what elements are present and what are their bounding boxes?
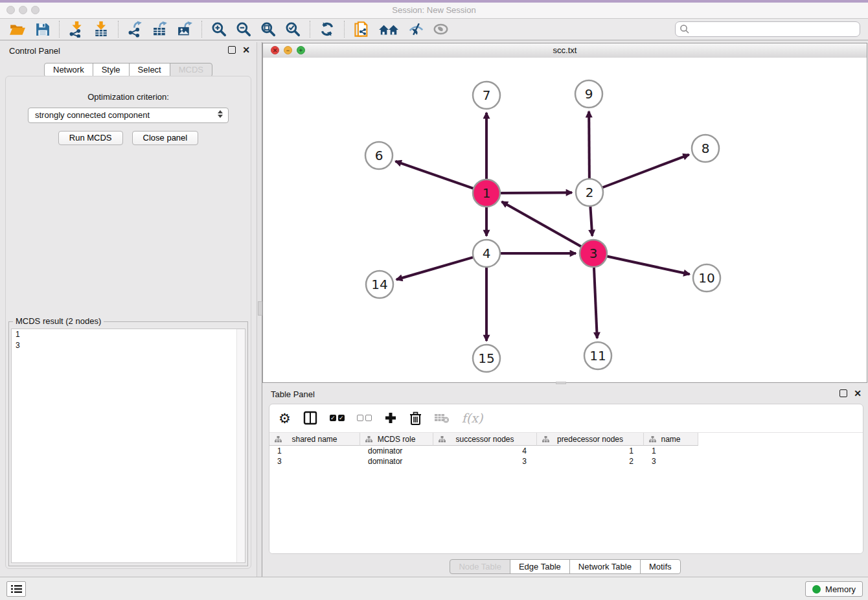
export-image-icon[interactable] [176, 20, 194, 38]
table-cell[interactable]: 2 [537, 457, 644, 466]
criterion-select-value: strongly connected component [35, 110, 150, 120]
result-scrollbar[interactable] [236, 329, 245, 562]
table-panel-title: Table Panel [271, 389, 315, 399]
split-view-icon[interactable] [303, 411, 317, 425]
column-header-MCDS-role[interactable]: MCDS role [360, 433, 433, 446]
horizontal-splitter-handle[interactable] [556, 382, 566, 384]
criterion-select[interactable]: strongly connected component [28, 108, 229, 123]
tab-mcds[interactable]: MCDS [170, 63, 212, 77]
main-toolbar [0, 19, 868, 41]
task-history-button[interactable] [6, 581, 26, 597]
tab-select[interactable]: Select [129, 63, 170, 77]
graph-edge-2-9[interactable] [589, 111, 589, 180]
select-all-icon[interactable]: ✓✓ [330, 415, 345, 421]
delete-column-icon[interactable] [409, 411, 422, 425]
table-panel-float-icon[interactable] [839, 389, 847, 397]
mcds-panel: Optimization criterion: strongly connect… [5, 76, 251, 569]
graph-edge-3-11[interactable] [594, 266, 597, 338]
window-title: Session: New Session [0, 3, 868, 18]
toolbar-separator [201, 21, 202, 38]
select-stepper-icon [218, 110, 223, 118]
graph-node-label-15: 15 [478, 351, 494, 366]
import-table-icon[interactable] [92, 20, 110, 38]
tab-network[interactable]: Network [44, 63, 93, 77]
graph-edge-1-6[interactable] [395, 161, 475, 189]
node-table: shared nameMCDS rolesuccessor nodesprede… [269, 432, 863, 553]
tab-edge-table[interactable]: Edge Table [510, 559, 570, 574]
refresh-view-icon[interactable] [318, 20, 336, 38]
zoom-selected-icon[interactable] [284, 20, 302, 38]
tab-node-table[interactable]: Node Table [450, 559, 510, 574]
delete-table-icon[interactable] [434, 412, 450, 424]
table-cell[interactable]: dominator [360, 457, 433, 466]
node-table-container: ⚙ ✓✓ f(x) [269, 404, 863, 554]
add-column-icon[interactable] [384, 411, 397, 424]
show-panel-icon[interactable] [431, 20, 450, 38]
window-close-button[interactable] [6, 6, 15, 14]
graph-node-label-10: 10 [698, 270, 714, 286]
open-network-file-icon[interactable] [352, 20, 371, 38]
graph-edge-3-1[interactable] [502, 202, 583, 247]
tab-network-table[interactable]: Network Table [569, 559, 641, 574]
hide-panel-icon[interactable] [407, 20, 425, 38]
column-header-name[interactable]: name [644, 433, 698, 446]
table-settings-icon[interactable]: ⚙ [279, 411, 291, 425]
table-cell[interactable]: 4 [433, 446, 537, 456]
graph-node-label-9: 9 [585, 86, 593, 102]
mcds-result-line: 3 [12, 340, 245, 351]
table-row[interactable]: 3dominator323 [269, 456, 863, 467]
table-row[interactable]: 1dominator411 [269, 446, 863, 456]
table-cell[interactable]: dominator [360, 446, 433, 456]
graph-node-label-7: 7 [483, 87, 491, 103]
column-header-shared-name[interactable]: shared name [269, 433, 360, 446]
graph-node-label-14: 14 [371, 277, 387, 292]
network-minimize-icon[interactable]: − [284, 46, 292, 54]
column-header-label: name [661, 435, 680, 444]
export-network-icon[interactable] [126, 20, 144, 38]
close-panel-button[interactable]: Close panel [132, 131, 199, 145]
mcds-result-text[interactable]: 13 [11, 329, 246, 563]
graph-edge-2-8[interactable] [601, 155, 689, 189]
memory-status-icon [812, 585, 821, 594]
window-minimize-button[interactable] [19, 6, 27, 14]
column-header-successor-nodes[interactable]: successor nodes [433, 433, 537, 446]
graph-edge-1-2[interactable] [499, 192, 572, 193]
zoom-fit-icon[interactable] [259, 20, 277, 38]
graph-edge-3-10[interactable] [606, 256, 690, 274]
network-window-titlebar: ✕ − + scc.txt [263, 43, 867, 58]
function-builder-icon[interactable]: f(x) [462, 411, 483, 425]
control-panel-float-icon[interactable] [228, 46, 236, 54]
tab-style[interactable]: Style [93, 63, 130, 77]
table-panel-close-icon[interactable]: ✕ [854, 389, 862, 397]
splitter-handle[interactable] [258, 301, 262, 316]
table-cell[interactable]: 1 [269, 446, 360, 456]
table-cell[interactable]: 3 [644, 457, 698, 466]
search-input[interactable] [675, 21, 860, 37]
table-cell[interactable]: 3 [269, 457, 360, 466]
open-session-icon[interactable] [8, 20, 27, 38]
table-cell[interactable]: 1 [644, 446, 698, 456]
export-table-icon[interactable] [151, 20, 169, 38]
graph-edge-2-3[interactable] [590, 205, 592, 236]
control-panel-close-icon[interactable]: ✕ [242, 46, 250, 54]
network-close-icon[interactable]: ✕ [271, 46, 279, 54]
zoom-out-icon[interactable] [234, 20, 253, 38]
birdseye-view-icon[interactable] [377, 20, 400, 38]
network-canvas[interactable]: 7968124314101511 [263, 58, 867, 382]
tab-motifs[interactable]: Motifs [640, 559, 681, 574]
graph-edge-4-14[interactable] [396, 257, 475, 279]
table-cell[interactable]: 1 [537, 446, 644, 456]
zoom-in-icon[interactable] [210, 20, 228, 38]
table-cell[interactable]: 3 [433, 457, 537, 466]
import-network-icon[interactable] [67, 20, 86, 38]
list-icon [11, 584, 22, 594]
memory-button[interactable]: Memory [805, 581, 863, 597]
column-header-predecessor-nodes[interactable]: predecessor nodes [537, 433, 644, 446]
window-zoom-button[interactable] [31, 6, 40, 14]
search-box [675, 21, 860, 37]
network-maximize-icon[interactable]: + [297, 46, 305, 54]
run-mcds-button[interactable]: Run MCDS [58, 131, 123, 145]
save-session-icon[interactable] [33, 20, 51, 38]
vertical-splitter[interactable] [257, 42, 262, 577]
deselect-all-icon[interactable] [357, 415, 372, 421]
